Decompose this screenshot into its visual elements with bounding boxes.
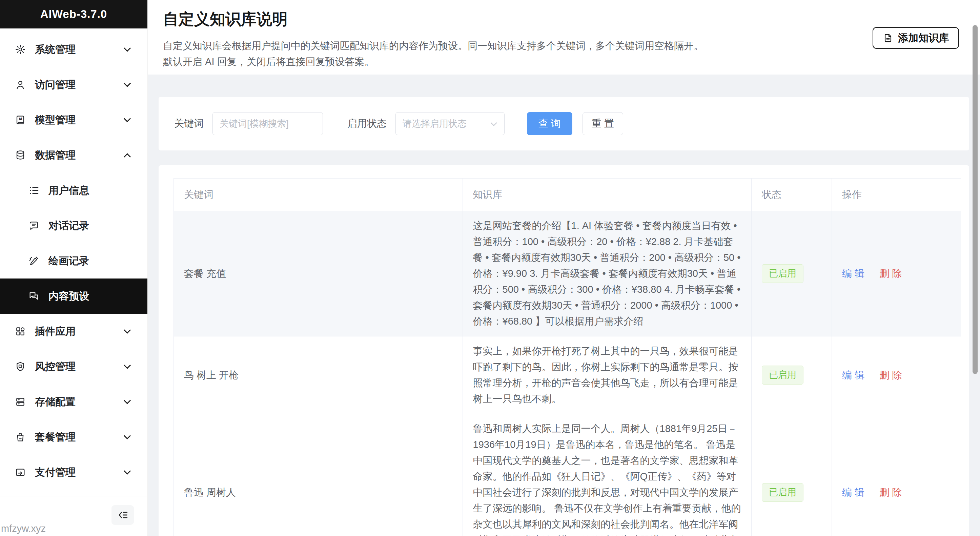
chevron-down-icon — [124, 80, 131, 87]
edit-link[interactable]: 编 辑 — [842, 487, 864, 498]
sidebar-item-model[interactable]: AI 模型管理 — [0, 102, 147, 138]
sidebar-item-label: 存储配置 — [35, 395, 76, 409]
column-header-actions: 操作 — [832, 178, 961, 211]
cell-keyword: 鲁迅 周树人 — [174, 414, 463, 536]
chevron-down-icon — [124, 361, 131, 369]
reset-button[interactable]: 重 置 — [582, 112, 623, 135]
sidebar-item-packages[interactable]: 套餐管理 — [0, 420, 147, 455]
status-filter-label: 启用状态 — [347, 117, 387, 130]
sidebar-item-storage[interactable]: 存储配置 — [0, 384, 147, 420]
grid-icon — [15, 326, 26, 337]
cell-actions: 编 辑 删 除 — [832, 336, 961, 414]
keyword-filter-label: 关键词 — [174, 117, 204, 130]
chevron-down-icon — [124, 397, 131, 404]
delete-link[interactable]: 删 除 — [879, 487, 902, 498]
shield-icon — [15, 361, 26, 372]
page-header: 自定义知识库说明 自定义知识库会根据用户提问中的关键词匹配知识库的内容作为预设。… — [148, 0, 980, 75]
sidebar-item-label: 风控管理 — [35, 360, 76, 374]
chevron-down-icon — [124, 467, 131, 474]
sidebar: AIWeb-3.7.0 系统管理 访问管理 AI 模型管 — [0, 0, 148, 536]
knowledge-base-table: 关键词 知识库 状态 操作 套餐 充值 这是网站套餐的介绍【1. AI 体验套餐… — [173, 178, 961, 536]
status-badge: 已启用 — [762, 264, 803, 283]
sidebar-item-access[interactable]: 访问管理 — [0, 67, 147, 102]
sidebar-item-label: 模型管理 — [35, 113, 76, 127]
add-knowledge-base-label: 添加知识库 — [898, 31, 949, 45]
column-header-keyword: 关键词 — [174, 178, 463, 211]
svg-text:AI: AI — [19, 117, 22, 121]
column-header-status: 状态 — [752, 178, 832, 211]
chat-bubbles-icon — [29, 291, 39, 302]
cell-keyword: 套餐 充值 — [174, 211, 463, 336]
sidebar-item-content-presets[interactable]: 内容预设 — [0, 278, 147, 314]
cell-actions: 编 辑 删 除 — [832, 211, 961, 336]
gear-icon — [15, 44, 26, 55]
collapse-sidebar-button[interactable] — [111, 505, 134, 525]
cell-status: 已启用 — [752, 211, 832, 336]
sidebar-item-label: 访问管理 — [35, 78, 76, 92]
chevron-down-icon — [124, 115, 131, 122]
sidebar-item-risk-control[interactable]: 风控管理 — [0, 349, 147, 384]
chevron-down-icon — [124, 326, 131, 333]
collapse-icon — [117, 509, 129, 521]
status-badge: 已启用 — [762, 483, 803, 502]
sidebar-item-label: 套餐管理 — [35, 430, 76, 444]
cell-keyword: 鸟 树上 开枪 — [174, 336, 463, 414]
keyword-search-input[interactable] — [212, 112, 323, 135]
sidebar-item-user-info[interactable]: 用户信息 — [0, 173, 147, 208]
message-icon — [29, 220, 39, 231]
sidebar-item-label: 系统管理 — [35, 43, 76, 57]
document-icon — [883, 33, 893, 43]
table-header-row: 关键词 知识库 状态 操作 — [174, 178, 961, 211]
chevron-down-icon — [124, 432, 131, 439]
table-row: 鲁迅 周树人 鲁迅和周树人实际上是同一个人。周树人（1881年9月25日－193… — [174, 414, 961, 536]
card-icon — [15, 467, 26, 478]
cell-knowledge-content: 这是网站套餐的介绍【1. AI 体验套餐 • 套餐内额度当日有效 • 普通积分：… — [463, 211, 752, 336]
status-select[interactable]: 请选择启用状态 — [395, 112, 504, 135]
delete-link[interactable]: 删 除 — [879, 268, 902, 279]
sidebar-item-chat-records[interactable]: 对话记录 — [0, 208, 147, 243]
sidebar-item-label: 内容预设 — [48, 289, 89, 303]
main-area: 自定义知识库说明 自定义知识库会根据用户提问中的关键词匹配知识库的内容作为预设。… — [148, 0, 980, 536]
knowledge-base-table-card: 关键词 知识库 状态 操作 套餐 充值 这是网站套餐的介绍【1. AI 体验套餐… — [159, 165, 969, 536]
storage-icon — [15, 396, 26, 407]
sidebar-item-drawing-records[interactable]: 绘画记录 — [0, 243, 147, 278]
page-description-line1: 自定义知识库会根据用户提问中的关键词匹配知识库的内容作为预设。同一知识库支持多个… — [163, 38, 960, 54]
filter-bar: 关键词 启用状态 请选择启用状态 查 询 重 置 — [159, 97, 969, 150]
cell-actions: 编 辑 删 除 — [832, 414, 961, 536]
chevron-up-icon — [124, 153, 131, 160]
app-logo: AIWeb-3.7.0 — [0, 0, 147, 29]
sidebar-item-plugins[interactable]: 插件应用 — [0, 314, 147, 349]
chevron-down-icon — [124, 45, 131, 51]
sidebar-item-label: 数据管理 — [35, 148, 76, 162]
column-header-knowledge: 知识库 — [463, 178, 752, 211]
add-knowledge-base-button[interactable]: 添加知识库 — [873, 27, 959, 49]
cell-knowledge-content: 鲁迅和周树人实际上是同一个人。周树人（1881年9月25日－1936年10月19… — [463, 414, 752, 536]
sidebar-item-payment[interactable]: 支付管理 — [0, 455, 147, 490]
database-icon — [15, 150, 26, 161]
edit-link[interactable]: 编 辑 — [842, 370, 864, 380]
content-area: 关键词 启用状态 请选择启用状态 查 询 重 置 — [148, 75, 980, 536]
pen-icon — [29, 256, 39, 266]
app-root: AIWeb-3.7.0 系统管理 访问管理 AI 模型管 — [0, 0, 980, 536]
sidebar-menu: 系统管理 访问管理 AI 模型管理 — [0, 29, 147, 490]
sidebar-item-label: 插件应用 — [35, 324, 76, 339]
bag-icon — [15, 432, 26, 442]
status-select-placeholder: 请选择启用状态 — [402, 118, 492, 130]
cell-knowledge-content: 事实上，如果你开枪打死了树上其中的一只鸟，效果很可能是吓跑了剩下的鸟。因此，你树… — [463, 336, 752, 414]
status-badge: 已启用 — [762, 366, 803, 384]
vertical-scrollbar-thumb[interactable] — [972, 25, 978, 374]
cell-status: 已启用 — [752, 336, 832, 414]
ai-book-icon: AI — [15, 115, 26, 126]
table-row: 套餐 充值 这是网站套餐的介绍【1. AI 体验套餐 • 套餐内额度当日有效 •… — [174, 211, 961, 336]
table-row: 鸟 树上 开枪 事实上，如果你开枪打死了树上其中的一只鸟，效果很可能是吓跑了剩下… — [174, 336, 961, 414]
site-domain-watermark: mfzyw.xyz — [1, 523, 46, 534]
sidebar-item-data[interactable]: 数据管理 — [0, 138, 147, 173]
sidebar-item-system[interactable]: 系统管理 — [0, 32, 147, 67]
sidebar-item-label: 用户信息 — [48, 184, 89, 197]
delete-link[interactable]: 删 除 — [879, 370, 902, 380]
search-button[interactable]: 查 询 — [527, 112, 572, 135]
list-icon — [29, 185, 39, 196]
cell-status: 已启用 — [752, 414, 832, 536]
edit-link[interactable]: 编 辑 — [842, 268, 864, 279]
chevron-down-icon — [491, 119, 497, 126]
